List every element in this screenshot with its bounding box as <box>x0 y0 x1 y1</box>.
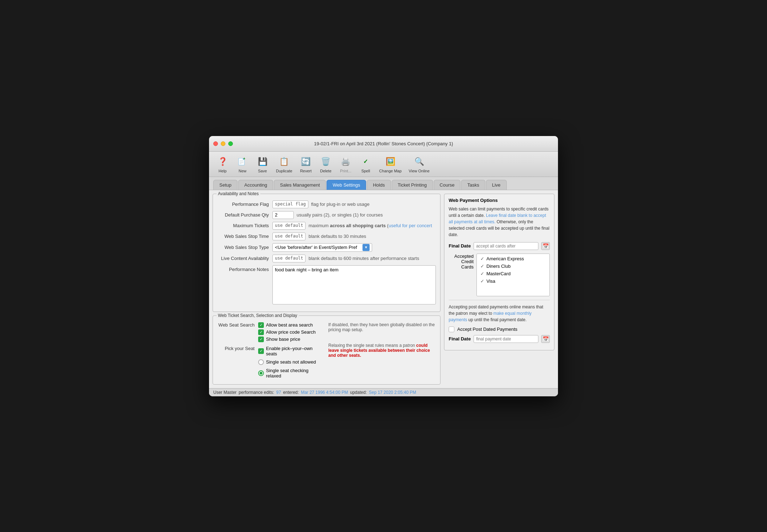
diners-check: ✓ <box>480 264 484 269</box>
delete-button[interactable]: 🗑️ Delete <box>317 154 335 174</box>
show-base-price-checkbox[interactable]: ✓ <box>258 337 264 342</box>
allow-price-code-checkbox[interactable]: ✓ <box>258 329 264 335</box>
post-final-date-input[interactable] <box>474 335 538 343</box>
perf-notes-textarea[interactable]: food bank night – bring an item <box>272 265 436 304</box>
single-relaxed-row: Single seat checking relaxed <box>258 368 325 379</box>
status-edits-label: performance edits: <box>239 390 274 395</box>
single-not-allowed-label: Single seats not allowed <box>266 359 316 365</box>
mastercard-label: MasterCard <box>486 271 511 276</box>
default-qty-control: 2 usually pairs (2), or singles (1) for … <box>272 211 383 219</box>
save-icon: 💾 <box>256 155 269 168</box>
right-panel: Web Payment Options Web sales can limit … <box>444 194 554 385</box>
stop-type-select[interactable]: <Use 'before/after' in Event/System Pref… <box>272 243 372 252</box>
print-button[interactable]: 🖨️ Print... <box>336 154 355 174</box>
stop-time-input[interactable]: use default <box>272 233 306 240</box>
close-button[interactable] <box>213 141 218 146</box>
tab-holds[interactable]: Holds <box>367 180 391 190</box>
duplicate-button[interactable]: 📋 Duplicate <box>273 154 295 174</box>
performance-flag-input[interactable]: special flag <box>272 200 308 208</box>
post-final-date-calendar-button[interactable]: 📅 <box>541 335 550 343</box>
left-panel: Availability and Notes Performance Flag … <box>213 194 440 385</box>
post-dated-suffix: up until the final payment date. <box>467 317 527 322</box>
default-qty-input[interactable]: 2 <box>272 211 294 219</box>
status-entered-date: Mar 27 1996 4:54:00 PM <box>301 390 348 395</box>
viewonline-button[interactable]: 🔍 View Online <box>406 154 433 174</box>
accepted-label-text: AcceptedCreditCards <box>454 254 474 270</box>
tab-web-settings[interactable]: Web Settings <box>327 180 366 190</box>
toolbar: ❓ Help 📄+ New 💾 Save 📋 Duplicate 🔄 Rever… <box>209 152 558 177</box>
single-relaxed-label: Single seat checking relaxed <box>266 368 325 379</box>
spell-label: Spell <box>361 169 370 173</box>
save-label: Save <box>258 169 267 173</box>
enable-pick-checkbox[interactable]: ✓ <box>258 348 264 354</box>
enable-pick-label: Enable pick–your–own seats <box>266 346 325 356</box>
web-seat-search-group: Web Seat Search ✓ Allow best area search… <box>217 322 325 344</box>
revert-button[interactable]: 🔄 Revert <box>297 154 315 174</box>
changemap-button[interactable]: 🖼️ Change Map <box>376 154 405 174</box>
post-final-date-row: Final Date 📅 <box>449 335 550 343</box>
accept-post-row: Accept Post Dated Payments <box>449 327 550 332</box>
max-tickets-link[interactable]: useful for per concert <box>388 223 432 228</box>
performance-flag-label: Performance Flag <box>217 202 272 207</box>
final-date-input[interactable] <box>474 242 538 250</box>
tab-tasks[interactable]: Tasks <box>461 180 485 190</box>
tab-live[interactable]: Live <box>486 180 507 190</box>
stop-type-row: Web Sales Stop Type <Use 'before/after' … <box>217 243 436 252</box>
web-payment-title: Web Payment Options <box>449 198 550 203</box>
web-payment-section: Web Payment Options Web sales can limit … <box>444 194 554 350</box>
tab-course[interactable]: Course <box>434 180 461 190</box>
live-content-input[interactable]: use default <box>272 255 306 262</box>
live-content-label: Live Content Availablity <box>217 256 272 261</box>
allow-best-area-row: ✓ Allow best area search <box>258 322 315 328</box>
help-button[interactable]: ❓ Help <box>213 154 232 174</box>
save-button[interactable]: 💾 Save <box>253 154 272 174</box>
final-date-label: Final Date <box>449 243 471 249</box>
help-label: Help <box>219 169 227 173</box>
tab-ticket-printing[interactable]: Ticket Printing <box>392 180 433 190</box>
live-content-control: use default blank defaults to 600 minute… <box>272 255 419 262</box>
visa-check: ✓ <box>480 278 484 284</box>
allow-price-code-label: Allow price code Search <box>266 329 315 335</box>
performance-flag-hint: flag for plug-in or web usage <box>311 202 370 207</box>
status-updated-label: updated: <box>350 390 367 395</box>
select-arrow-icon: ▼ <box>362 244 370 251</box>
new-button[interactable]: 📄+ New <box>233 154 252 174</box>
post-dated-desc: Accepting post dated payments online mea… <box>449 304 550 323</box>
maximize-button[interactable] <box>228 141 233 146</box>
accept-post-checkbox[interactable] <box>449 327 454 332</box>
window-title: 19-02/1-FRI on April 3rd 2021 (Rollin' S… <box>314 141 453 146</box>
single-not-allowed-radio[interactable] <box>258 359 264 365</box>
tab-sales-management[interactable]: Sales Management <box>274 180 326 190</box>
red-warning-text: could leave single tickets available bet… <box>328 343 430 358</box>
status-entered-label: entered: <box>283 390 299 395</box>
web-ticket-search-title: Web Ticket Search, Selection and Display <box>216 313 299 318</box>
max-tickets-label: Maximum Tickets <box>217 223 272 228</box>
status-user: User Master <box>213 390 236 395</box>
allow-best-area-checkbox[interactable]: ✓ <box>258 322 264 328</box>
help-icon: ❓ <box>216 155 229 168</box>
web-payment-desc: Web sales can limit payments to specific… <box>449 206 550 238</box>
enable-pick-row: ✓ Enable pick–your–own seats <box>258 346 325 356</box>
print-icon: 🖨️ <box>339 155 352 168</box>
default-qty-hint: usually pairs (2), or singles (1) for co… <box>297 212 383 218</box>
allow-price-code-row: ✓ Allow price code Search <box>258 329 315 335</box>
relaxing-hint: Relaxing the single seat rules means a p… <box>328 343 436 358</box>
tab-accounting[interactable]: Accounting <box>238 180 273 190</box>
performance-flag-row: Performance Flag special flag flag for p… <box>217 200 436 208</box>
final-date-row: Final Date 📅 <box>449 242 550 250</box>
single-relaxed-radio[interactable] <box>258 370 264 376</box>
max-tickets-control: use default maximum across all shopping … <box>272 222 432 230</box>
tab-setup[interactable]: Setup <box>213 180 238 190</box>
mastercard-card-item: ✓ MasterCard <box>480 271 546 276</box>
max-tickets-input[interactable]: use default <box>272 222 306 230</box>
amex-card-item: ✓ American Express <box>480 256 546 261</box>
visa-card-item: ✓ Visa <box>480 278 546 284</box>
search-right-col: If disabled, then they have been globall… <box>328 322 436 380</box>
final-date-calendar-button[interactable]: 📅 <box>541 242 550 250</box>
stop-type-control: <Use 'before/after' in Event/System Pref… <box>272 243 372 252</box>
minimize-button[interactable] <box>221 141 225 146</box>
cards-list-box: ✓ American Express ✓ Diners Club ✓ Maste… <box>476 254 550 296</box>
accept-post-label: Accept Post Dated Payments <box>457 327 517 332</box>
spell-button[interactable]: ✓ Spell <box>356 154 375 174</box>
traffic-lights <box>213 141 233 146</box>
